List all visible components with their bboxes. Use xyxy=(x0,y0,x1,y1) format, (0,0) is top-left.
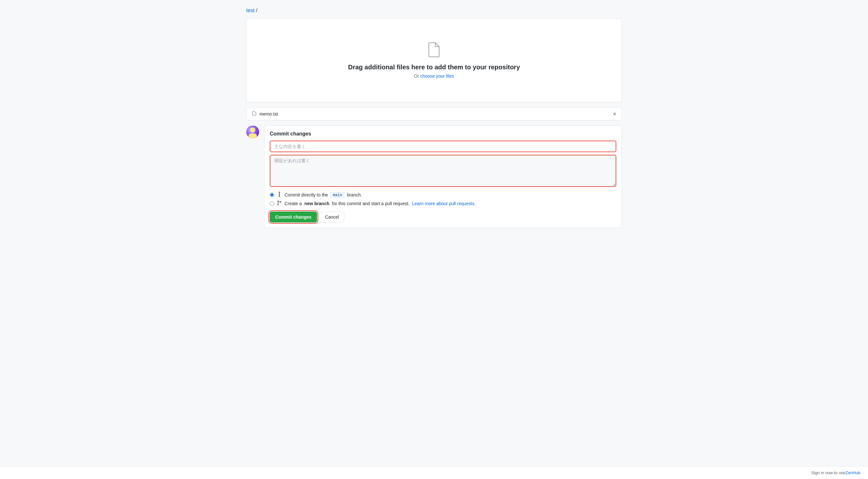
avatar xyxy=(246,126,259,138)
cancel-button[interactable]: Cancel xyxy=(319,212,345,223)
file-bar: memo.txt × xyxy=(246,107,622,121)
breadcrumb-separator: / xyxy=(256,8,257,13)
drop-zone-title: Drag additional files here to add them t… xyxy=(348,64,520,71)
bottom-bar-text: Sign in now to use xyxy=(811,470,845,475)
radio-direct-suffix: branch. xyxy=(347,192,362,198)
breadcrumb: test / xyxy=(246,8,622,13)
bottom-bar: Sign in now to use ZenHub xyxy=(0,466,868,479)
radio-branch-icon xyxy=(277,200,282,206)
svg-point-6 xyxy=(278,204,279,205)
avatar-image xyxy=(246,126,259,138)
learn-more-link[interactable]: Learn more about pull requests. xyxy=(412,201,476,206)
radio-option-direct[interactable]: Commit directly to the main branch. xyxy=(270,192,616,198)
radio-direct-icon xyxy=(277,192,282,198)
svg-point-0 xyxy=(279,194,280,195)
commit-radio-group: Commit directly to the main branch. xyxy=(270,192,616,206)
commit-form: Commit changes xyxy=(264,126,622,228)
repo-link[interactable]: test xyxy=(246,8,255,13)
avatar-head xyxy=(250,128,255,133)
action-buttons: Commit changes Cancel xyxy=(270,212,616,223)
commit-description-textarea[interactable] xyxy=(270,155,616,187)
radio-option-branch[interactable]: Create a new branch for this commit and … xyxy=(270,200,616,206)
file-name: memo.txt xyxy=(259,111,278,116)
drop-zone[interactable]: Drag additional files here to add them t… xyxy=(246,19,622,102)
radio-branch-suffix: for this commit and start a pull request… xyxy=(332,201,409,206)
zenhub-link[interactable]: ZenHub xyxy=(845,470,860,475)
file-icon xyxy=(252,111,257,117)
radio-direct-label: Commit directly to the xyxy=(284,192,328,198)
commit-form-title: Commit changes xyxy=(270,131,616,137)
page-wrapper: test / Drag additional files here to add… xyxy=(241,0,627,236)
file-close-button[interactable]: × xyxy=(613,111,616,117)
commit-summary-input[interactable] xyxy=(270,141,616,152)
radio-branch-prefix: Create a xyxy=(284,201,302,206)
file-drop-icon xyxy=(428,42,440,59)
commit-button[interactable]: Commit changes xyxy=(270,212,317,223)
avatar-body xyxy=(248,133,257,138)
radio-direct[interactable] xyxy=(270,193,274,197)
drop-zone-subtitle: Or choose your files xyxy=(414,73,454,79)
radio-new-branch[interactable] xyxy=(270,201,274,206)
commit-section: Commit changes xyxy=(246,126,622,228)
choose-files-link[interactable]: choose your files xyxy=(420,73,454,79)
file-bar-left: memo.txt xyxy=(252,111,278,117)
radio-branch-bold: new branch xyxy=(305,201,330,206)
branch-badge: main xyxy=(331,192,344,198)
